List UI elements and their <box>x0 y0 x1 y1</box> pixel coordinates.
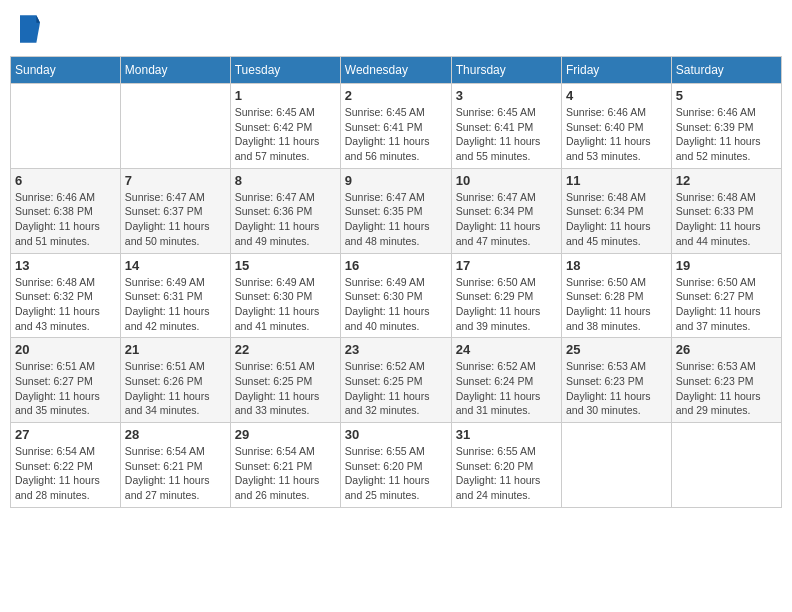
day-info: Sunrise: 6:55 AM Sunset: 6:20 PM Dayligh… <box>345 444 447 503</box>
day-info: Sunrise: 6:50 AM Sunset: 6:28 PM Dayligh… <box>566 275 667 334</box>
day-info: Sunrise: 6:45 AM Sunset: 6:41 PM Dayligh… <box>456 105 557 164</box>
day-number: 15 <box>235 258 336 273</box>
day-number: 31 <box>456 427 557 442</box>
day-number: 16 <box>345 258 447 273</box>
day-number: 4 <box>566 88 667 103</box>
day-info: Sunrise: 6:46 AM Sunset: 6:40 PM Dayligh… <box>566 105 667 164</box>
day-of-week-header: Sunday <box>11 57 121 84</box>
day-number: 19 <box>676 258 777 273</box>
day-info: Sunrise: 6:50 AM Sunset: 6:27 PM Dayligh… <box>676 275 777 334</box>
day-number: 9 <box>345 173 447 188</box>
day-number: 12 <box>676 173 777 188</box>
day-number: 30 <box>345 427 447 442</box>
day-of-week-header: Wednesday <box>340 57 451 84</box>
calendar-day-cell: 24Sunrise: 6:52 AM Sunset: 6:24 PM Dayli… <box>451 338 561 423</box>
day-info: Sunrise: 6:49 AM Sunset: 6:31 PM Dayligh… <box>125 275 226 334</box>
day-number: 5 <box>676 88 777 103</box>
day-number: 7 <box>125 173 226 188</box>
day-number: 13 <box>15 258 116 273</box>
day-info: Sunrise: 6:47 AM Sunset: 6:35 PM Dayligh… <box>345 190 447 249</box>
calendar-day-cell: 15Sunrise: 6:49 AM Sunset: 6:30 PM Dayli… <box>230 253 340 338</box>
day-number: 25 <box>566 342 667 357</box>
calendar-day-cell: 2Sunrise: 6:45 AM Sunset: 6:41 PM Daylig… <box>340 84 451 169</box>
day-of-week-header: Friday <box>561 57 671 84</box>
calendar-day-cell: 30Sunrise: 6:55 AM Sunset: 6:20 PM Dayli… <box>340 423 451 508</box>
calendar-day-cell: 28Sunrise: 6:54 AM Sunset: 6:21 PM Dayli… <box>120 423 230 508</box>
calendar-day-cell: 29Sunrise: 6:54 AM Sunset: 6:21 PM Dayli… <box>230 423 340 508</box>
day-info: Sunrise: 6:45 AM Sunset: 6:42 PM Dayligh… <box>235 105 336 164</box>
day-info: Sunrise: 6:46 AM Sunset: 6:39 PM Dayligh… <box>676 105 777 164</box>
day-info: Sunrise: 6:49 AM Sunset: 6:30 PM Dayligh… <box>235 275 336 334</box>
calendar-day-cell: 10Sunrise: 6:47 AM Sunset: 6:34 PM Dayli… <box>451 168 561 253</box>
day-number: 8 <box>235 173 336 188</box>
day-of-week-header: Thursday <box>451 57 561 84</box>
day-info: Sunrise: 6:51 AM Sunset: 6:27 PM Dayligh… <box>15 359 116 418</box>
calendar-day-cell: 22Sunrise: 6:51 AM Sunset: 6:25 PM Dayli… <box>230 338 340 423</box>
day-info: Sunrise: 6:54 AM Sunset: 6:21 PM Dayligh… <box>125 444 226 503</box>
calendar-day-cell: 6Sunrise: 6:46 AM Sunset: 6:38 PM Daylig… <box>11 168 121 253</box>
day-info: Sunrise: 6:45 AM Sunset: 6:41 PM Dayligh… <box>345 105 447 164</box>
calendar-day-cell: 14Sunrise: 6:49 AM Sunset: 6:31 PM Dayli… <box>120 253 230 338</box>
calendar-day-cell <box>120 84 230 169</box>
day-number: 29 <box>235 427 336 442</box>
day-number: 1 <box>235 88 336 103</box>
calendar-week-row: 1Sunrise: 6:45 AM Sunset: 6:42 PM Daylig… <box>11 84 782 169</box>
day-number: 3 <box>456 88 557 103</box>
day-info: Sunrise: 6:53 AM Sunset: 6:23 PM Dayligh… <box>676 359 777 418</box>
calendar-day-cell: 21Sunrise: 6:51 AM Sunset: 6:26 PM Dayli… <box>120 338 230 423</box>
day-info: Sunrise: 6:51 AM Sunset: 6:26 PM Dayligh… <box>125 359 226 418</box>
day-info: Sunrise: 6:52 AM Sunset: 6:24 PM Dayligh… <box>456 359 557 418</box>
calendar-day-cell: 3Sunrise: 6:45 AM Sunset: 6:41 PM Daylig… <box>451 84 561 169</box>
day-info: Sunrise: 6:48 AM Sunset: 6:33 PM Dayligh… <box>676 190 777 249</box>
calendar-day-cell: 16Sunrise: 6:49 AM Sunset: 6:30 PM Dayli… <box>340 253 451 338</box>
calendar-table: SundayMondayTuesdayWednesdayThursdayFrid… <box>10 56 782 508</box>
calendar-day-cell: 20Sunrise: 6:51 AM Sunset: 6:27 PM Dayli… <box>11 338 121 423</box>
day-info: Sunrise: 6:53 AM Sunset: 6:23 PM Dayligh… <box>566 359 667 418</box>
day-number: 24 <box>456 342 557 357</box>
calendar-day-cell: 8Sunrise: 6:47 AM Sunset: 6:36 PM Daylig… <box>230 168 340 253</box>
day-number: 14 <box>125 258 226 273</box>
day-info: Sunrise: 6:49 AM Sunset: 6:30 PM Dayligh… <box>345 275 447 334</box>
day-number: 18 <box>566 258 667 273</box>
day-number: 10 <box>456 173 557 188</box>
calendar-week-row: 6Sunrise: 6:46 AM Sunset: 6:38 PM Daylig… <box>11 168 782 253</box>
day-number: 17 <box>456 258 557 273</box>
day-number: 21 <box>125 342 226 357</box>
calendar-week-row: 27Sunrise: 6:54 AM Sunset: 6:22 PM Dayli… <box>11 423 782 508</box>
day-number: 20 <box>15 342 116 357</box>
day-info: Sunrise: 6:51 AM Sunset: 6:25 PM Dayligh… <box>235 359 336 418</box>
day-number: 28 <box>125 427 226 442</box>
calendar-week-row: 20Sunrise: 6:51 AM Sunset: 6:27 PM Dayli… <box>11 338 782 423</box>
day-info: Sunrise: 6:50 AM Sunset: 6:29 PM Dayligh… <box>456 275 557 334</box>
calendar-day-cell: 18Sunrise: 6:50 AM Sunset: 6:28 PM Dayli… <box>561 253 671 338</box>
calendar-day-cell: 12Sunrise: 6:48 AM Sunset: 6:33 PM Dayli… <box>671 168 781 253</box>
day-number: 26 <box>676 342 777 357</box>
calendar-day-cell: 26Sunrise: 6:53 AM Sunset: 6:23 PM Dayli… <box>671 338 781 423</box>
calendar-day-cell <box>11 84 121 169</box>
day-info: Sunrise: 6:47 AM Sunset: 6:34 PM Dayligh… <box>456 190 557 249</box>
calendar-day-cell: 27Sunrise: 6:54 AM Sunset: 6:22 PM Dayli… <box>11 423 121 508</box>
day-info: Sunrise: 6:47 AM Sunset: 6:37 PM Dayligh… <box>125 190 226 249</box>
day-number: 2 <box>345 88 447 103</box>
day-info: Sunrise: 6:55 AM Sunset: 6:20 PM Dayligh… <box>456 444 557 503</box>
calendar-day-cell: 1Sunrise: 6:45 AM Sunset: 6:42 PM Daylig… <box>230 84 340 169</box>
day-info: Sunrise: 6:47 AM Sunset: 6:36 PM Dayligh… <box>235 190 336 249</box>
day-number: 6 <box>15 173 116 188</box>
day-info: Sunrise: 6:54 AM Sunset: 6:22 PM Dayligh… <box>15 444 116 503</box>
logo <box>20 15 42 43</box>
calendar-day-cell: 17Sunrise: 6:50 AM Sunset: 6:29 PM Dayli… <box>451 253 561 338</box>
calendar-week-row: 13Sunrise: 6:48 AM Sunset: 6:32 PM Dayli… <box>11 253 782 338</box>
calendar-day-cell: 5Sunrise: 6:46 AM Sunset: 6:39 PM Daylig… <box>671 84 781 169</box>
logo-icon <box>20 15 40 43</box>
calendar-header-row: SundayMondayTuesdayWednesdayThursdayFrid… <box>11 57 782 84</box>
calendar-day-cell: 31Sunrise: 6:55 AM Sunset: 6:20 PM Dayli… <box>451 423 561 508</box>
day-info: Sunrise: 6:48 AM Sunset: 6:34 PM Dayligh… <box>566 190 667 249</box>
calendar-day-cell: 13Sunrise: 6:48 AM Sunset: 6:32 PM Dayli… <box>11 253 121 338</box>
day-number: 23 <box>345 342 447 357</box>
calendar-day-cell: 7Sunrise: 6:47 AM Sunset: 6:37 PM Daylig… <box>120 168 230 253</box>
day-info: Sunrise: 6:54 AM Sunset: 6:21 PM Dayligh… <box>235 444 336 503</box>
day-info: Sunrise: 6:48 AM Sunset: 6:32 PM Dayligh… <box>15 275 116 334</box>
calendar-day-cell <box>671 423 781 508</box>
day-info: Sunrise: 6:52 AM Sunset: 6:25 PM Dayligh… <box>345 359 447 418</box>
day-number: 27 <box>15 427 116 442</box>
